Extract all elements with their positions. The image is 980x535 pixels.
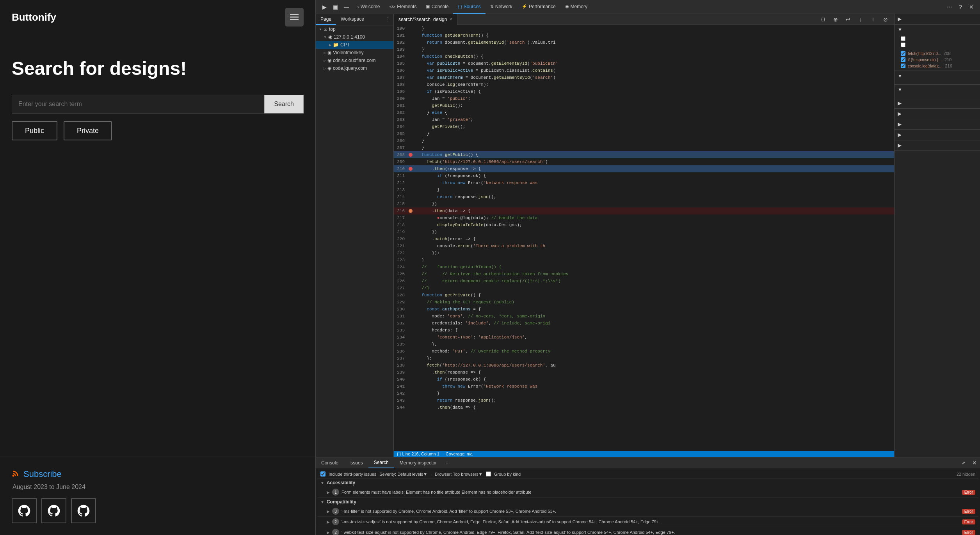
add-breakpoint-btn[interactable]: ⊕ xyxy=(830,14,841,25)
bp-item-216: console.log(data);… 216 xyxy=(901,63,974,69)
step-into-btn[interactable]: ↓ xyxy=(855,14,866,25)
hero-title: Search for designs! xyxy=(12,58,304,79)
sources-sidebar: Page Workspace ⋮ ▼ ⊡ top ▼ ◉ 127.0.0.1:4… xyxy=(316,14,394,457)
sources-workspace-tab[interactable]: Workspace xyxy=(336,14,369,25)
more-options-btn[interactable]: ⋯ xyxy=(944,2,955,12)
bp-check-208[interactable] xyxy=(901,51,905,56)
code-line-192: 192 return document.getElementById('sear… xyxy=(394,39,894,46)
code-line-209: 209 fetch('http://127.0.0.1:8086/api/use… xyxy=(394,158,894,165)
bottom-tab-console[interactable]: Console xyxy=(316,457,344,468)
step-over-btn[interactable]: ↩ xyxy=(843,14,854,25)
code-line-216: 216 .then(data => { xyxy=(394,207,894,214)
bottom-tabs: Console Issues Search Memory inspector +… xyxy=(316,457,980,468)
search-input[interactable] xyxy=(12,95,264,113)
pointer-btn[interactable]: ⸻ xyxy=(341,2,352,12)
code-line-233: 233 headers: { xyxy=(394,327,894,334)
code-line-238: 238 fetch('http://127.0.0.1:8086/api/use… xyxy=(394,362,894,369)
bottom-tab-memory-inspector[interactable]: Memory inspector xyxy=(394,457,442,468)
watch-header[interactable]: ▶ xyxy=(895,14,980,24)
device-toggle-btn[interactable]: ▣ xyxy=(330,2,341,12)
help-btn[interactable]: ? xyxy=(955,2,966,12)
tree-violentmonkey[interactable]: ▷ ◉ Violentmonkey xyxy=(316,49,393,57)
devtools-panel: ▶ ▣ ⸻ ⌂ Welcome </> Elements ▣ Console {… xyxy=(315,0,980,535)
xhr-header[interactable]: ▶ xyxy=(895,98,980,108)
global-header[interactable]: ▶ xyxy=(895,119,980,129)
detach-btn[interactable]: ⇗ xyxy=(958,457,969,468)
callstack-header[interactable]: ▼ xyxy=(895,85,980,95)
svg-rect-0 xyxy=(290,14,299,15)
tab-close-btn[interactable]: ✕ xyxy=(449,17,452,21)
code-line-231: 231 mode: 'cors', // no-cors, *cors, sam… xyxy=(394,313,894,320)
code-line-193: 193 } xyxy=(394,46,894,53)
search-button[interactable]: Search xyxy=(264,95,304,113)
tab-performance[interactable]: ⚡ Performance xyxy=(517,0,560,14)
tree-jquery[interactable]: ▷ ◉ code.jquery.com xyxy=(316,64,393,72)
csp-header[interactable]: ▶ xyxy=(895,140,980,151)
breakpoints-header[interactable]: ▼ xyxy=(895,25,980,35)
inspect-element-btn[interactable]: ▶ xyxy=(319,2,330,12)
github-icon-1[interactable] xyxy=(12,498,37,523)
format-code-btn[interactable]: { } xyxy=(818,14,829,25)
tab-elements[interactable]: </> Elements xyxy=(384,0,421,14)
add-panel-btn[interactable]: + xyxy=(442,458,452,468)
issue-row-compat-1[interactable]: ▶ 3 '-ms-filter' is not supported by Chr… xyxy=(317,506,978,517)
bp-item-208: fetch('http://127.0... 208 xyxy=(901,50,974,57)
deactivate-breakpoints-btn[interactable]: ⊘ xyxy=(880,14,891,25)
tab-console[interactable]: ▣ Console xyxy=(421,0,453,14)
tab-memory[interactable]: ◉ Memory xyxy=(560,0,592,14)
public-button[interactable]: Public xyxy=(12,121,57,140)
subscribe-section: Subscribe xyxy=(12,469,304,480)
tree-cpt[interactable]: ▶ 📁 CPT xyxy=(316,41,393,49)
svg-rect-1 xyxy=(290,17,299,18)
code-line-232: 232 credentials: 'include', // include, … xyxy=(394,320,894,327)
editor-tab-search[interactable]: search/?search=design ✕ xyxy=(394,14,457,25)
tree-127[interactable]: ▼ ◉ 127.0.0.1:4100 xyxy=(316,33,393,41)
dom-breakpoints-section: ▶ xyxy=(895,109,980,119)
code-line-242: 242 } xyxy=(394,390,894,397)
github-icon-3[interactable] xyxy=(71,498,96,523)
scope-header[interactable]: ▼ xyxy=(895,71,980,81)
tab-network[interactable]: ⇅ Network xyxy=(486,0,517,14)
code-line-197: 197 var searchTerm = document.getElement… xyxy=(394,74,894,81)
code-line-208: 208 function getPublic() { xyxy=(394,151,894,158)
issue-row-compat-3[interactable]: ▶ 2 '-webkit-text-size-adjust' is not su… xyxy=(317,527,978,535)
tree-cloudflare[interactable]: ▷ ◉ cdnjs.cloudflare.com xyxy=(316,57,393,64)
pause-uncaught-checkbox[interactable] xyxy=(901,36,905,41)
tree-top[interactable]: ▼ ⊡ top xyxy=(316,25,393,33)
code-line-191: 191 function getSearchTerm() { xyxy=(394,32,894,39)
bottom-content: Include third-party issues Severity: Def… xyxy=(316,468,980,535)
code-line-241: 241 throw new Error('Network response wa… xyxy=(394,383,894,390)
coverage-status: Coverage: n/a xyxy=(446,452,473,456)
code-line-210: 210 .then(response => { xyxy=(394,165,894,172)
issue-row-compat-2[interactable]: ▶ 2 '-ms-text-size-adjust' is not suppor… xyxy=(317,517,978,527)
pause-caught-checkbox[interactable] xyxy=(901,43,905,47)
issue-row-accessibility-1[interactable]: ▶ 1 Form elements must have labels: Elem… xyxy=(317,487,978,498)
include-third-party-checkbox[interactable] xyxy=(320,471,325,477)
sources-page-tab[interactable]: Page xyxy=(316,14,336,25)
close-bottom-btn[interactable]: ✕ xyxy=(969,457,980,468)
bottom-tab-issues[interactable]: Issues xyxy=(344,457,368,468)
tab-sources[interactable]: { } Sources xyxy=(453,0,485,14)
tab-welcome[interactable]: ⌂ Welcome xyxy=(352,0,384,14)
welcome-icon: ⌂ xyxy=(356,4,359,9)
breakpoints-section: ▼ fetch('http://127.0... xyxy=(895,25,980,71)
bp-check-210[interactable] xyxy=(901,57,905,62)
code-line-207: 207 } xyxy=(394,144,894,151)
step-out-btn[interactable]: ↑ xyxy=(868,14,879,25)
code-line-226: 226 // return document.cookie.replace(/(… xyxy=(394,278,894,285)
group-by-kind-checkbox[interactable] xyxy=(486,471,491,477)
compatibility-category[interactable]: ▼ Compatibility xyxy=(317,498,978,506)
sources-more-btn[interactable]: ⋮ xyxy=(382,14,393,25)
bottom-tab-search[interactable]: Search xyxy=(368,457,394,468)
close-devtools-btn[interactable]: ✕ xyxy=(966,2,977,12)
code-line-240: 240 if (!response.ok) { xyxy=(394,376,894,383)
subscribe-link[interactable]: Subscribe xyxy=(23,469,62,479)
bp-check-216[interactable] xyxy=(901,64,905,68)
code-content[interactable]: 190 } 191 function getSearchTerm() { 192… xyxy=(394,25,894,451)
hamburger-button[interactable] xyxy=(285,8,304,27)
accessibility-category[interactable]: ▼ Accessibility xyxy=(317,478,978,487)
private-button[interactable]: Private xyxy=(64,121,112,140)
dom-header[interactable]: ▶ xyxy=(895,109,980,119)
event-header[interactable]: ▶ xyxy=(895,130,980,140)
github-icon-2[interactable] xyxy=(41,498,66,523)
